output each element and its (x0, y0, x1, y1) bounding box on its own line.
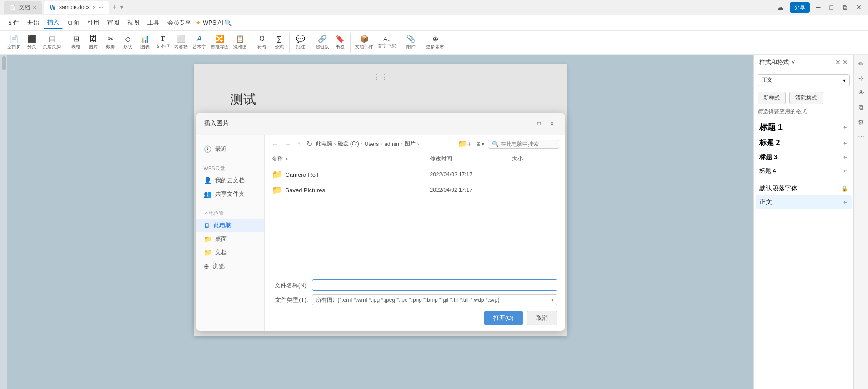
tool-text-box[interactable]: T 文本框 (154, 34, 171, 52)
panel-close-btn[interactable]: ✕ (843, 59, 848, 66)
tool-drop-cap[interactable]: A↓ 首字下沉 (376, 34, 398, 52)
tool-section-break[interactable]: ⬛ 分页 (24, 34, 40, 52)
open-button[interactable]: 打开(O) (484, 311, 523, 325)
share-btn[interactable]: 分享 (790, 2, 810, 13)
close-btn[interactable]: ✕ (853, 3, 864, 12)
menu-page[interactable]: 页面 (64, 17, 83, 29)
tool-symbol[interactable]: Ω 符号 (254, 34, 270, 52)
tab-sample-dots[interactable]: ⋯ (99, 5, 103, 10)
cancel-button[interactable]: 取消 (527, 311, 557, 325)
style-selector[interactable]: 正文 ▾ (758, 74, 850, 86)
tab-dropdown-btn[interactable]: ▾ (120, 4, 123, 10)
nav-back-btn[interactable]: ← (270, 139, 281, 149)
col-date-header[interactable]: 修改时间 (430, 155, 512, 163)
menu-vip[interactable]: 会员专享 (164, 17, 195, 29)
minimize-btn[interactable]: ─ (813, 3, 823, 12)
tab-doc-close[interactable]: ✕ (33, 5, 36, 10)
right-icon-edit[interactable]: ✏ (857, 58, 866, 69)
sidebar-item-this-pc[interactable]: 🖥 此电脑 (196, 219, 264, 232)
tool-attachment[interactable]: 📎 附件 (403, 34, 419, 52)
tool-comment[interactable]: 💬 批注 (292, 34, 309, 52)
tool-picture[interactable]: 🖼 图片 (85, 34, 101, 52)
sidebar-item-shared-folder[interactable]: 👥 共享文件夹 (196, 187, 264, 201)
sidebar-item-recent[interactable]: 🕐 最近 (196, 142, 264, 156)
tool-chart[interactable]: 📊 图表 (137, 34, 153, 52)
dialog-close-btn[interactable]: ✕ (547, 118, 557, 129)
style-item-normal[interactable]: 正文 ↵ (756, 195, 852, 209)
search-btn[interactable]: 🔍 (224, 19, 232, 26)
menu-file[interactable]: 文件 (4, 17, 23, 29)
style-item-h1[interactable]: 标题 1 ↵ (756, 119, 852, 135)
tool-doc-part[interactable]: 📦 文档部件 (353, 34, 375, 52)
sidebar-item-documents[interactable]: 📁 文档 (196, 246, 264, 259)
maximize-btn[interactable]: □ (827, 3, 836, 12)
menu-review[interactable]: 审阅 (104, 17, 123, 29)
sidebar-cloud-label: WPS云盘 (196, 163, 264, 174)
menu-wps-ai[interactable]: ✦ WPS AI (196, 19, 223, 26)
tool-art-text[interactable]: A 艺术字 (191, 34, 208, 52)
tool-page-header-footer[interactable]: ▤ 页眉页脚 (41, 34, 63, 52)
tool-more-material[interactable]: ⊕ 更多素材 (424, 34, 446, 52)
restore-btn[interactable]: ⧉ (840, 3, 850, 12)
search-input[interactable] (501, 141, 555, 147)
left-scroll[interactable] (0, 55, 7, 389)
view-toggle-btn[interactable]: ⊞ ▾ (474, 140, 486, 148)
style-item-h2[interactable]: 标题 2 ↵ (756, 135, 852, 150)
style-item-h4[interactable]: 标题 4 ↵ (756, 164, 852, 178)
tab-sample[interactable]: W sample.docx ✕ ⋯ (44, 1, 109, 14)
nav-up-btn[interactable]: ↑ (296, 139, 303, 149)
right-icon-settings[interactable]: ⚙ (856, 117, 866, 128)
right-icon-select[interactable]: ⊹ (857, 73, 866, 84)
clear-format-btn[interactable]: 清除格式 (789, 92, 823, 104)
tool-content-ctrl[interactable]: ⬜ 内容块 (172, 34, 190, 52)
add-tab-button[interactable]: + (112, 3, 116, 11)
tool-blank-page[interactable]: 📄 空白页 (5, 34, 23, 52)
style-item-default-para[interactable]: 默认段落字体 🔒 (756, 182, 852, 195)
blank-page-icon: 📄 (10, 35, 19, 43)
tab-doc[interactable]: 📄 文档 ✕ (4, 1, 42, 14)
panel-unpin-btn[interactable]: ✕ (835, 59, 841, 66)
attachment-icon: 📎 (406, 35, 416, 43)
file-item-saved-pictures[interactable]: 📁 Saved Pictures 2022/04/02 17:17 (265, 182, 565, 198)
right-icon-eye[interactable]: 👁 (856, 87, 866, 98)
cloud-btn[interactable]: ☁ (774, 3, 786, 12)
file-nav-bar: ← → ↑ ↻ 此电脑 › 磁盘 (C:) › Users › (265, 135, 565, 153)
filename-input[interactable] (312, 279, 557, 291)
tool-formula[interactable]: ∑ 公式 (271, 34, 287, 52)
nav-refresh-btn[interactable]: ↻ (305, 139, 314, 149)
filetype-select[interactable]: 所有图片(*.emf *.wmf *.jpg *.jpeg *.jpe *.pn… (312, 294, 557, 305)
tool-shape[interactable]: ◇ 形状 (120, 34, 136, 52)
style-item-h4-label: 标题 4 (759, 167, 776, 175)
col-name-header[interactable]: 名称 ▲ (272, 155, 430, 163)
dialog-maximize-btn[interactable]: □ (534, 118, 545, 129)
tool-screenshot[interactable]: ✂ 截屏 (102, 34, 119, 52)
menu-insert[interactable]: 插入 (44, 16, 63, 29)
menu-tools[interactable]: 工具 (144, 17, 163, 29)
sidebar-item-desktop[interactable]: 📁 桌面 (196, 232, 264, 246)
breadcrumb-disk[interactable]: 磁盘 (C:) (338, 140, 359, 148)
sidebar-item-browse[interactable]: ⊕ 浏览 (196, 259, 264, 273)
right-icon-layer[interactable]: ⧉ (857, 102, 865, 113)
new-style-btn[interactable]: 新样式 (758, 92, 786, 104)
tool-table[interactable]: ⊞ 表格 (68, 34, 84, 52)
col-size-header[interactable]: 大小 (512, 155, 557, 163)
sidebar-item-my-cloud[interactable]: 👤 我的云文档 (196, 174, 264, 187)
nav-forward-btn[interactable]: → (283, 139, 294, 149)
breadcrumb-admin[interactable]: admin (384, 141, 399, 147)
menu-view[interactable]: 视图 (124, 17, 143, 29)
tool-flowchart[interactable]: 📋 流程图 (231, 34, 249, 52)
new-folder-btn[interactable]: 📁+ (457, 139, 472, 149)
menu-reference[interactable]: 引用 (84, 17, 103, 29)
sidebar-recent-label: 最近 (215, 145, 227, 153)
menu-start[interactable]: 开始 (24, 17, 43, 29)
right-icon-more[interactable]: ⋯ (856, 131, 866, 142)
tool-hyperlink[interactable]: 🔗 超链接 (314, 34, 331, 52)
tab-sample-close[interactable]: ✕ (92, 5, 96, 10)
tool-bookmark[interactable]: 🔖 书签 (332, 34, 348, 52)
style-item-h3[interactable]: 标题 3 ↵ (756, 150, 852, 164)
breadcrumb-pictures[interactable]: 图片 (405, 140, 416, 148)
file-item-camera-roll[interactable]: 📁 Camera Roll 2022/04/02 17:17 (265, 167, 565, 182)
breadcrumb-this-pc[interactable]: 此电脑 (316, 140, 332, 148)
tool-mindmap[interactable]: 🔀 思维导图 (209, 34, 231, 52)
breadcrumb-users[interactable]: Users (365, 141, 379, 147)
